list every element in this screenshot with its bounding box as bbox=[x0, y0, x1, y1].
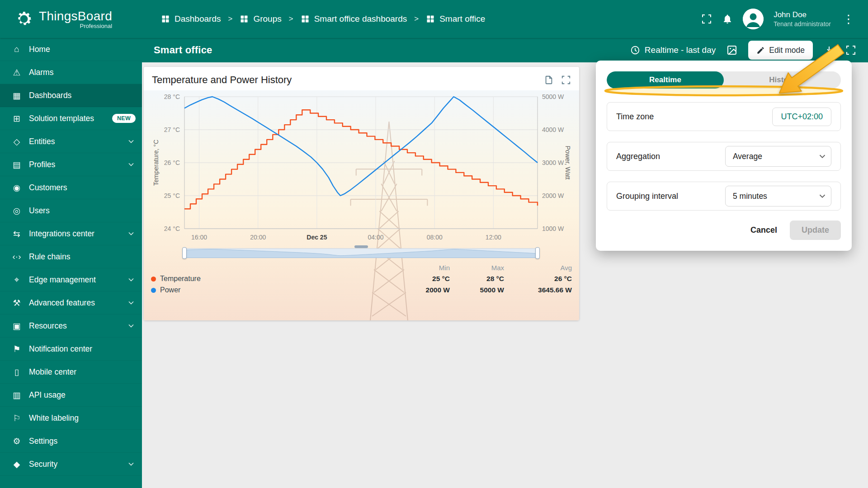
pencil-icon bbox=[756, 46, 765, 55]
sidebar-item-api-usage[interactable]: ▥API usage bbox=[0, 384, 142, 407]
update-button[interactable]: Update bbox=[790, 221, 841, 240]
sidebar-item-home[interactable]: ⌂Home bbox=[0, 38, 142, 61]
notifications-button[interactable] bbox=[722, 14, 733, 24]
widget-title: Temperature and Power History bbox=[152, 74, 292, 86]
aggregation-select[interactable]: Average bbox=[725, 146, 831, 167]
sidebar-item-advanced-features[interactable]: ⚒Advanced features bbox=[0, 291, 142, 314]
home-icon: ⌂ bbox=[11, 44, 23, 54]
breadcrumb-separator: > bbox=[228, 14, 232, 23]
edit-mode-button[interactable]: Edit mode bbox=[748, 41, 813, 60]
time-window-button[interactable]: Realtime - last day bbox=[630, 45, 716, 55]
grouping-interval-label: Grouping interval bbox=[616, 192, 678, 201]
sidebar-item-dashboards[interactable]: ▦Dashboards bbox=[0, 84, 142, 107]
rule-chains-icon: ‹·› bbox=[11, 252, 23, 262]
timewindow-panel: Realtime History Time zone UTC+02:00 Agg… bbox=[596, 61, 852, 251]
chevron-down-icon bbox=[817, 151, 827, 161]
expand-widget-button[interactable] bbox=[561, 75, 571, 85]
breadcrumb-item-groups[interactable]: Groups bbox=[240, 14, 281, 24]
thingsboard-logo[interactable]: ThingsBoard Professional bbox=[0, 9, 142, 29]
aggregation-label: Aggregation bbox=[616, 152, 660, 161]
avatar-person-icon bbox=[743, 9, 764, 29]
sidebar-item-rule-chains[interactable]: ‹·›Rule chains bbox=[0, 245, 142, 268]
tab-history[interactable]: History bbox=[724, 71, 841, 89]
cancel-button[interactable]: Cancel bbox=[742, 221, 785, 239]
fullscreen-icon bbox=[845, 45, 856, 56]
dashboard-image-button[interactable] bbox=[726, 45, 737, 56]
sidebar-item-label: Advanced features bbox=[29, 298, 95, 308]
svg-text:Temperature, °C: Temperature, °C bbox=[152, 140, 160, 186]
sidebar-item-label: Security bbox=[29, 460, 57, 469]
user-avatar[interactable] bbox=[743, 9, 764, 29]
chevron-down-icon bbox=[127, 321, 136, 330]
user-name: John Doe bbox=[774, 10, 831, 20]
temperature-legend-dot bbox=[151, 277, 156, 282]
legend-table: MinMaxAvgTemperature25 °C28 °C26 °CPower… bbox=[151, 264, 572, 294]
profiles-icon: ▤ bbox=[11, 160, 23, 170]
page-title: Smart office bbox=[154, 44, 212, 56]
svg-text:27 °C: 27 °C bbox=[164, 126, 180, 133]
sidebar-item-solution-templates[interactable]: ⊞Solution templatesNEW bbox=[0, 107, 142, 130]
topbar-actions: John Doe Tenant administrator ⋮ bbox=[701, 9, 868, 29]
advanced-features-icon: ⚒ bbox=[11, 298, 23, 308]
legend-series-power[interactable]: Power bbox=[151, 286, 396, 294]
sidebar-item-entities[interactable]: ◇Entities bbox=[0, 130, 142, 153]
timezone-label: Time zone bbox=[616, 112, 654, 122]
sidebar-item-label: Mobile center bbox=[29, 367, 76, 377]
sidebar-item-notification-center[interactable]: ⚑Notification center bbox=[0, 338, 142, 361]
dashboard-fullscreen-button[interactable] bbox=[845, 45, 856, 56]
chart-widget: Temperature and Power History bbox=[144, 67, 579, 320]
sidebar-item-resources[interactable]: ▣Resources bbox=[0, 314, 142, 338]
grouping-interval-select[interactable]: 5 minutes bbox=[725, 186, 831, 206]
sidebar-item-settings[interactable]: ⚙Settings bbox=[0, 430, 142, 453]
logo-text: ThingsBoard Professional bbox=[39, 9, 112, 29]
export-widget-button[interactable] bbox=[544, 75, 554, 85]
slider-drag-handle[interactable] bbox=[354, 245, 368, 248]
sidebar-item-label: Alarms bbox=[29, 68, 53, 77]
svg-text:1000 W: 1000 W bbox=[542, 225, 564, 232]
chevron-down-icon bbox=[127, 298, 136, 307]
breadcrumb-item-smart-office-dashboards[interactable]: Smart office dashboards bbox=[301, 14, 407, 24]
sidebar-item-edge-management[interactable]: ⌖Edge management bbox=[0, 268, 142, 291]
chevron-down-icon bbox=[127, 137, 136, 146]
legend-header-min: Min bbox=[396, 264, 450, 272]
sidebar-item-users[interactable]: ◎Users bbox=[0, 199, 142, 222]
users-icon: ◎ bbox=[11, 206, 23, 216]
legend-series-label: Power bbox=[160, 286, 180, 294]
logo-title: ThingsBoard bbox=[39, 9, 112, 23]
timezone-row: Time zone UTC+02:00 bbox=[607, 102, 841, 131]
sidebar-item-profiles[interactable]: ▤Profiles bbox=[0, 153, 142, 176]
sidebar-item-alarms[interactable]: ⚠Alarms bbox=[0, 61, 142, 84]
sidebar-item-mobile-center[interactable]: ▯Mobile center bbox=[0, 361, 142, 384]
temperature-power-chart: 28 °C5000 W27 °C4000 W26 °C3000 W25 °C20… bbox=[151, 91, 572, 245]
tab-realtime[interactable]: Realtime bbox=[607, 71, 724, 89]
slider-right-handle[interactable] bbox=[535, 247, 540, 259]
api-usage-icon: ▥ bbox=[11, 390, 23, 400]
time-range-slider[interactable] bbox=[184, 247, 538, 259]
more-menu-button[interactable]: ⋮ bbox=[841, 12, 856, 26]
alarms-icon: ⚠ bbox=[11, 67, 23, 78]
sidebar-item-customers[interactable]: ◉Customers bbox=[0, 176, 142, 199]
breadcrumb-item-dashboards[interactable]: Dashboards bbox=[161, 14, 221, 24]
breadcrumb-item-smart-office[interactable]: Smart office bbox=[426, 14, 485, 24]
sidebar-item-white-labeling[interactable]: ⚐White labeling bbox=[0, 407, 142, 430]
download-dashboard-button[interactable] bbox=[824, 45, 835, 56]
temperature-max-value: 28 °C bbox=[450, 275, 504, 283]
dashboard-grid-icon bbox=[161, 14, 170, 23]
fullscreen-icon bbox=[701, 14, 712, 24]
breadcrumb-item-label: Smart office dashboards bbox=[314, 14, 407, 24]
legend-series-temperature[interactable]: Temperature bbox=[151, 275, 396, 283]
grouping-interval-value: 5 minutes bbox=[733, 192, 767, 201]
aggregation-row: Aggregation Average bbox=[607, 142, 841, 171]
svg-text:2000 W: 2000 W bbox=[542, 192, 564, 199]
svg-text:4000 W: 4000 W bbox=[542, 126, 564, 133]
sidebar-item-security[interactable]: ◆Security bbox=[0, 453, 142, 476]
sidebar-item-integrations-center[interactable]: ⇆Integrations center bbox=[0, 222, 142, 245]
svg-text:24 °C: 24 °C bbox=[164, 225, 180, 232]
timezone-value-button[interactable]: UTC+02:00 bbox=[772, 108, 831, 126]
fullscreen-button[interactable] bbox=[701, 14, 712, 24]
slider-left-handle[interactable] bbox=[182, 247, 187, 259]
dashboards-icon: ▦ bbox=[11, 90, 23, 101]
bell-icon bbox=[722, 14, 733, 24]
dashboard-grid-icon bbox=[301, 14, 310, 23]
sidebar-item-label: Profiles bbox=[29, 160, 55, 169]
